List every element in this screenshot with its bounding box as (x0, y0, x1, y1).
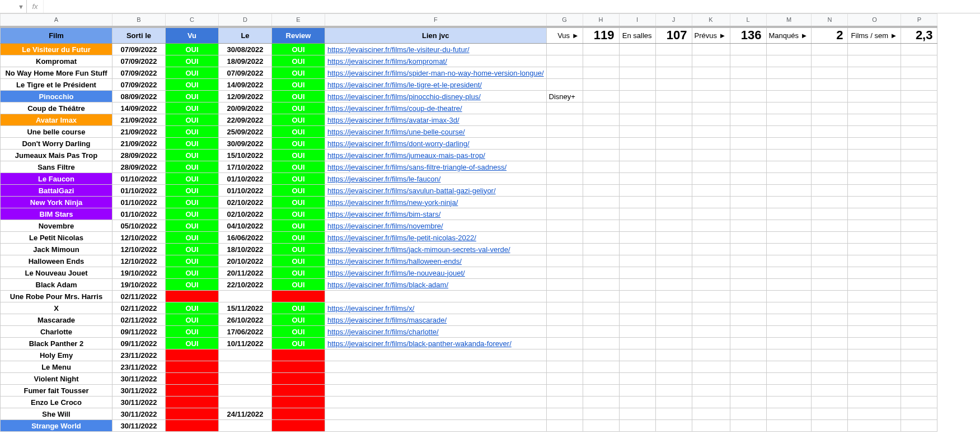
link-cell[interactable] (325, 408, 547, 420)
empty-cell[interactable] (583, 302, 619, 314)
note-cell[interactable] (546, 220, 583, 232)
link-cell[interactable]: https://jevaisciner.fr/films/black-adam/ (325, 279, 547, 291)
empty-cell[interactable] (766, 244, 812, 255)
column-header[interactable]: P (901, 14, 937, 27)
note-cell[interactable] (546, 208, 583, 220)
header-review[interactable]: Review (272, 27, 325, 44)
empty-cell[interactable] (901, 79, 937, 91)
empty-cell[interactable] (619, 255, 655, 267)
empty-cell[interactable] (766, 338, 812, 349)
empty-cell[interactable] (619, 326, 655, 338)
seen-date-cell[interactable]: 26/10/2022 (219, 314, 272, 326)
note-cell[interactable] (546, 279, 583, 291)
empty-cell[interactable] (848, 397, 901, 408)
header-le[interactable]: Le (219, 27, 272, 44)
empty-cell[interactable] (583, 349, 619, 361)
empty-cell[interactable] (901, 302, 937, 314)
empty-cell[interactable] (655, 361, 692, 373)
release-date-cell[interactable]: 08/09/2022 (112, 91, 166, 102)
empty-cell[interactable] (655, 185, 692, 197)
empty-cell[interactable] (848, 102, 901, 114)
empty-cell[interactable] (766, 114, 812, 126)
seen-cell[interactable]: OUI (166, 138, 219, 150)
empty-cell[interactable] (583, 338, 619, 349)
release-date-cell[interactable]: 30/11/2022 (112, 397, 166, 408)
release-date-cell[interactable]: 21/09/2022 (112, 114, 166, 126)
review-cell[interactable] (272, 385, 325, 397)
review-cell[interactable]: OUI (272, 232, 325, 244)
empty-cell[interactable] (812, 44, 848, 55)
empty-cell[interactable] (692, 385, 730, 397)
review-cell[interactable]: OUI (272, 102, 325, 114)
seen-date-cell[interactable]: 04/10/2022 (219, 220, 272, 232)
seen-date-cell[interactable]: 20/10/2022 (219, 255, 272, 267)
seen-date-cell[interactable]: 16/06/2022 (219, 232, 272, 244)
empty-cell[interactable] (730, 397, 766, 408)
empty-cell[interactable] (812, 55, 848, 67)
release-date-cell[interactable]: 07/09/2022 (112, 55, 166, 67)
empty-cell[interactable] (583, 385, 619, 397)
empty-cell[interactable] (730, 326, 766, 338)
empty-cell[interactable] (692, 173, 730, 185)
empty-cell[interactable] (730, 138, 766, 150)
empty-cell[interactable] (848, 361, 901, 373)
release-date-cell[interactable]: 30/11/2022 (112, 373, 166, 385)
empty-cell[interactable] (692, 255, 730, 267)
film-link[interactable]: https://jevaisciner.fr/films/x/ (327, 304, 414, 313)
link-cell[interactable] (325, 373, 547, 385)
empty-cell[interactable] (730, 385, 766, 397)
film-title-cell[interactable]: Pinocchio (1, 91, 112, 102)
review-cell[interactable]: OUI (272, 150, 325, 161)
empty-cell[interactable] (583, 373, 619, 385)
empty-cell[interactable] (583, 279, 619, 291)
seen-date-cell[interactable]: 17/06/2022 (219, 326, 272, 338)
empty-cell[interactable] (848, 220, 901, 232)
film-link[interactable]: https://jevaisciner.fr/films/charlotte/ (327, 328, 439, 336)
seen-cell[interactable] (166, 373, 219, 385)
seen-cell[interactable]: OUI (166, 91, 219, 102)
empty-cell[interactable] (692, 102, 730, 114)
film-title-cell[interactable]: BattalGazi (1, 185, 112, 197)
empty-cell[interactable] (730, 114, 766, 126)
empty-cell[interactable] (692, 244, 730, 255)
empty-cell[interactable] (848, 126, 901, 138)
empty-cell[interactable] (901, 291, 937, 302)
seen-cell[interactable] (166, 349, 219, 361)
empty-cell[interactable] (812, 91, 848, 102)
film-title-cell[interactable]: Le Nouveau Jouet (1, 267, 112, 279)
seen-cell[interactable]: OUI (166, 338, 219, 349)
empty-cell[interactable] (766, 102, 812, 114)
empty-cell[interactable] (766, 220, 812, 232)
empty-cell[interactable] (730, 349, 766, 361)
film-title-cell[interactable]: Jumeaux Mais Pas Trop (1, 150, 112, 161)
seen-cell[interactable] (166, 408, 219, 420)
film-link[interactable]: https://jevaisciner.fr/films/le-faucon/ (327, 175, 440, 183)
empty-cell[interactable] (766, 185, 812, 197)
review-cell[interactable]: OUI (272, 255, 325, 267)
seen-date-cell[interactable]: 24/11/2022 (219, 408, 272, 420)
empty-cell[interactable] (812, 279, 848, 291)
column-header[interactable]: F (325, 14, 547, 27)
empty-cell[interactable] (619, 208, 655, 220)
release-date-cell[interactable]: 07/09/2022 (112, 79, 166, 91)
empty-cell[interactable] (619, 197, 655, 208)
film-title-cell[interactable]: X (1, 302, 112, 314)
link-cell[interactable] (325, 385, 547, 397)
empty-cell[interactable] (848, 373, 901, 385)
review-cell[interactable]: OUI (272, 338, 325, 349)
empty-cell[interactable] (692, 161, 730, 173)
empty-cell[interactable] (730, 126, 766, 138)
release-date-cell[interactable]: 02/11/2022 (112, 314, 166, 326)
seen-date-cell[interactable] (219, 420, 272, 432)
empty-cell[interactable] (655, 326, 692, 338)
empty-cell[interactable] (766, 302, 812, 314)
seen-date-cell[interactable]: 10/11/2022 (219, 338, 272, 349)
film-title-cell[interactable]: Don't Worry Darling (1, 138, 112, 150)
empty-cell[interactable] (812, 408, 848, 420)
empty-cell[interactable] (812, 385, 848, 397)
empty-cell[interactable] (619, 338, 655, 349)
empty-cell[interactable] (848, 44, 901, 55)
empty-cell[interactable] (619, 102, 655, 114)
link-cell[interactable]: https://jevaisciner.fr/films/une-belle-c… (325, 126, 547, 138)
seen-date-cell[interactable] (219, 373, 272, 385)
